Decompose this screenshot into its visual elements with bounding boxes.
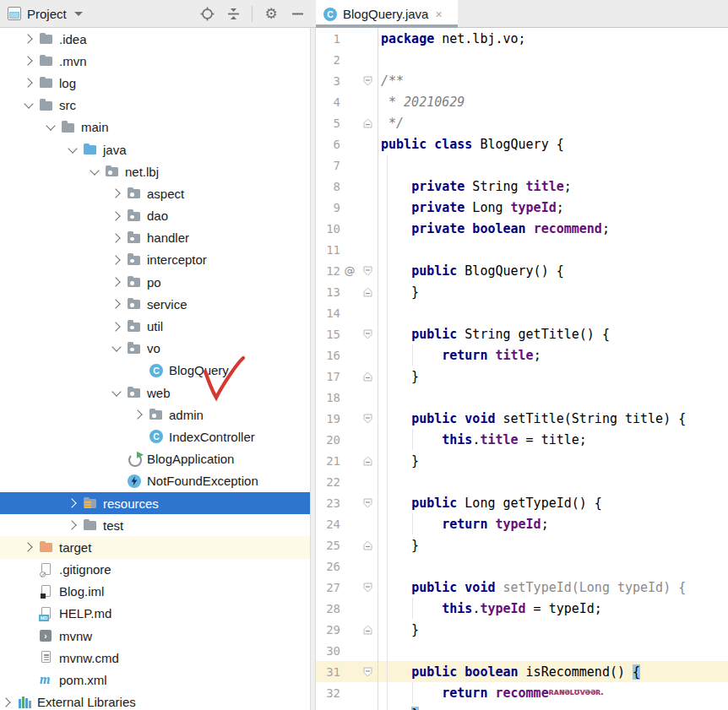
chevron-icon[interactable] <box>106 382 127 404</box>
fold-close-icon[interactable] <box>359 540 377 550</box>
code-text[interactable] <box>378 640 728 661</box>
fold-open-icon[interactable] <box>359 667 377 677</box>
chevron-icon[interactable] <box>62 492 83 514</box>
code-line-12[interactable]: 12@ public BlogQuery() { <box>316 260 728 281</box>
code-text[interactable] <box>378 302 728 323</box>
tree-row-admin[interactable]: admin <box>0 404 310 425</box>
code-text[interactable]: } <box>378 450 728 471</box>
tree-row-test[interactable]: test <box>0 514 310 536</box>
tree-row-dao[interactable]: dao <box>0 205 310 227</box>
tree-row-vo[interactable]: vo <box>0 338 310 360</box>
chevron-icon[interactable] <box>106 293 127 315</box>
code-text[interactable]: public String getTitle() { <box>378 323 728 344</box>
code-text[interactable] <box>378 154 728 176</box>
code-line-11[interactable]: 11 <box>316 239 728 260</box>
fold-close-icon[interactable] <box>359 625 377 635</box>
code-text[interactable]: } <box>378 366 728 387</box>
tree-row-java[interactable]: java <box>0 138 310 160</box>
code-editor[interactable]: 1package net.lbj.vo;23/**4 * 202106295 *… <box>316 28 728 710</box>
code-line-23[interactable]: 23 public Long getTypeId() { <box>316 492 728 513</box>
code-line-19[interactable]: 19 public void setTitle(String title) { <box>316 408 728 429</box>
tree-row-target[interactable]: target <box>0 536 310 558</box>
code-line-27[interactable]: 27 public void setTypeId(Long typeId) { <box>316 577 728 598</box>
tree-row--idea[interactable]: .idea <box>0 28 310 50</box>
collapse-all-icon[interactable] <box>225 6 241 21</box>
code-line-10[interactable]: 10 private boolean recommend; <box>316 218 728 239</box>
tree-row-aspect[interactable]: aspect <box>0 182 310 204</box>
chevron-icon[interactable] <box>19 72 39 94</box>
code-text[interactable]: return title; <box>378 344 728 366</box>
chevron-icon[interactable] <box>62 138 83 160</box>
chevron-icon[interactable] <box>106 271 127 293</box>
chevron-icon[interactable] <box>106 249 127 271</box>
code-text[interactable]: * 20210629 <box>378 91 728 112</box>
tree-row-blog-iml[interactable]: Blog.iml <box>0 581 310 603</box>
chevron-icon[interactable] <box>106 315 127 337</box>
code-line-26[interactable]: 26 <box>316 556 728 577</box>
code-text[interactable]: } <box>378 281 728 302</box>
tab-close-icon[interactable]: × <box>435 8 442 20</box>
code-text[interactable] <box>378 556 728 577</box>
code-line-15[interactable]: 15 public String getTitle() { <box>316 323 728 344</box>
code-line-18[interactable]: 18 <box>316 387 728 408</box>
tree-row-resources[interactable]: resources <box>0 492 310 514</box>
code-line-16[interactable]: 16 return title; <box>316 344 728 366</box>
code-text[interactable] <box>378 387 728 408</box>
code-text[interactable]: public boolean isRecommend() { <box>378 661 728 682</box>
code-line-2[interactable]: 2 <box>316 49 728 70</box>
tree-row-notfoundexception[interactable]: NotFoundException <box>0 470 310 492</box>
tree-row-pom-xml[interactable]: mpom.xml <box>0 669 310 691</box>
chevron-icon[interactable] <box>106 227 127 249</box>
code-text[interactable] <box>378 239 728 260</box>
tree-row-blogquery[interactable]: CBlogQuery <box>0 360 310 382</box>
tree-row-mvnw[interactable]: ›mvnw <box>0 625 310 647</box>
code-text[interactable]: } <box>378 619 728 640</box>
tab-blogquery-java[interactable]: C BlogQuery.java × <box>316 0 458 28</box>
settings-gear-icon[interactable]: ⚙ <box>263 6 279 21</box>
code-text[interactable]: private Long typeId; <box>378 197 728 218</box>
code-line-4[interactable]: 4 * 20210629 <box>316 91 728 112</box>
fold-close-icon[interactable] <box>359 118 377 128</box>
tree-row-mvnw-cmd[interactable]: mvnw.cmd <box>0 647 310 669</box>
tree-row-external-libraries[interactable]: External Libraries <box>0 691 310 710</box>
tree-row-log[interactable]: log <box>0 72 310 94</box>
fold-open-icon[interactable] <box>359 76 377 86</box>
code-text[interactable]: public Long getTypeId() { <box>378 492 728 513</box>
code-line-20[interactable]: 20 this.title = title; <box>316 429 728 450</box>
code-line-5[interactable]: 5 */ <box>316 112 728 133</box>
code-text[interactable]: private String title; <box>378 176 728 197</box>
code-line-13[interactable]: 13 } <box>316 281 728 302</box>
tree-row-src[interactable]: src <box>0 95 310 117</box>
fold-open-icon[interactable] <box>359 583 377 593</box>
code-line-6[interactable]: 6public class BlogQuery { <box>316 133 728 154</box>
code-text[interactable]: } <box>378 703 728 710</box>
tree-row-main[interactable]: main <box>0 117 310 138</box>
tree-row-help-md[interactable]: MDHELP.md <box>0 603 310 625</box>
tree-row--mvn[interactable]: .mvn <box>0 50 310 72</box>
code-line-30[interactable]: 30 <box>316 640 728 661</box>
code-line-33[interactable]: 33 } <box>316 703 728 710</box>
chevron-icon[interactable] <box>19 50 39 72</box>
chevron-icon[interactable] <box>106 205 127 227</box>
code-line-24[interactable]: 24 return typeId; <box>316 513 728 534</box>
code-line-9[interactable]: 9 private Long typeId; <box>316 197 728 218</box>
code-text[interactable]: return recommeʀᴀɴǝʟʊᴠǝǝʀ. <box>378 682 728 703</box>
code-line-8[interactable]: 8 private String title; <box>316 176 728 197</box>
tree-row-handler[interactable]: handler <box>0 227 310 249</box>
chevron-icon[interactable] <box>0 691 17 710</box>
tree-row-net-lbj[interactable]: net.lbj <box>0 160 310 182</box>
code-text[interactable] <box>378 471 728 492</box>
tree-row-indexcontroller[interactable]: CIndexController <box>0 425 310 447</box>
code-text[interactable] <box>378 49 728 70</box>
hide-panel-icon[interactable] <box>290 6 305 21</box>
code-text[interactable]: } <box>378 534 728 556</box>
tree-row-blogapplication[interactable]: BlogApplication <box>0 448 310 470</box>
tree-row--gitignore[interactable]: .gitignore <box>0 559 310 581</box>
tree-row-util[interactable]: util <box>0 315 310 337</box>
tree-row-interceptor[interactable]: interceptor <box>0 249 310 271</box>
chevron-icon[interactable] <box>62 514 83 536</box>
code-text[interactable]: this.title = title; <box>378 429 728 450</box>
fold-open-icon[interactable] <box>359 498 377 508</box>
code-text[interactable]: private boolean recommend; <box>378 218 728 239</box>
code-line-29[interactable]: 29 } <box>316 619 728 640</box>
